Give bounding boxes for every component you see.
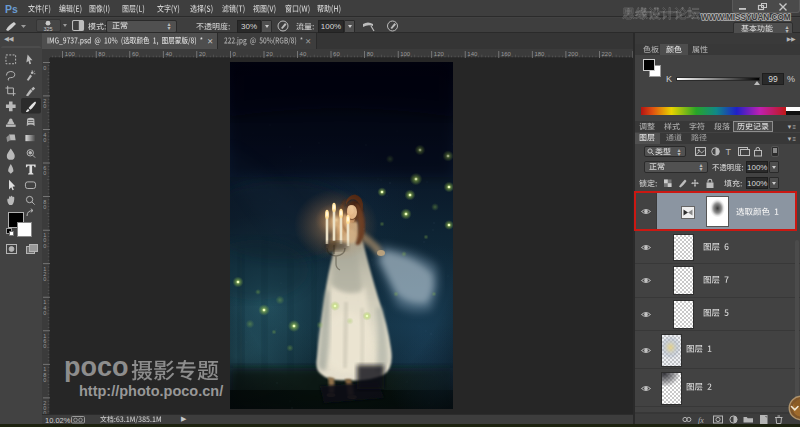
svg-text:T: T [726,147,732,157]
svg-text:fx: fx [698,416,704,425]
svg-text:0: 0 [43,343,46,349]
svg-text:180: 180 [534,51,545,57]
svg-text:80: 80 [98,51,105,57]
svg-text:60: 60 [333,51,340,57]
svg-text:0: 0 [43,276,46,282]
svg-text:20: 20 [266,51,273,57]
svg-text:100: 100 [400,51,411,57]
svg-text:0: 0 [43,204,46,210]
svg-text:40: 40 [300,51,307,57]
svg-text:60: 60 [132,51,139,57]
svg-text:20: 20 [199,51,206,57]
svg-text:160: 160 [501,51,512,57]
svg-text:0: 0 [43,103,46,109]
svg-text:140: 140 [467,51,478,57]
svg-text:220: 220 [602,51,613,57]
svg-text:0: 0 [43,170,46,176]
svg-text:100: 100 [65,51,76,57]
svg-text:0: 0 [43,137,46,143]
svg-text:WWW.MISSYUAN.COM: WWW.MISSYUAN.COM [701,13,791,22]
svg-text:0: 0 [43,243,46,249]
svg-text:80: 80 [367,51,374,57]
svg-text:120: 120 [434,51,445,57]
svg-text:0: 0 [43,310,46,316]
svg-text:0: 0 [43,377,46,383]
svg-text:0: 0 [43,65,46,71]
svg-text:40: 40 [165,51,172,57]
svg-text:200: 200 [568,51,579,57]
svg-text:325: 325 [43,26,52,32]
